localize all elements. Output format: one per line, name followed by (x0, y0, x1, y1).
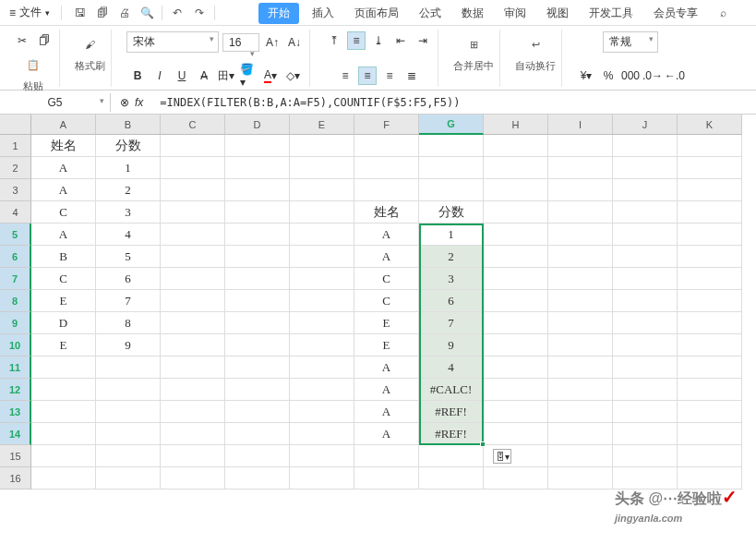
column-header[interactable]: J (613, 115, 678, 135)
cell[interactable] (161, 268, 225, 290)
cell[interactable] (419, 467, 484, 490)
cell[interactable] (161, 357, 225, 379)
cell[interactable] (613, 379, 678, 401)
cell[interactable]: 3 (419, 268, 484, 290)
autofill-options-icon[interactable]: 🗄▾ (493, 449, 511, 464)
align-left-icon[interactable]: ≡ (336, 66, 354, 85)
select-all-corner[interactable] (0, 115, 31, 135)
cell[interactable]: E (354, 312, 419, 334)
cell[interactable] (225, 379, 290, 401)
cell[interactable] (678, 423, 742, 445)
cell[interactable] (613, 334, 678, 357)
font-name-combo[interactable]: 宋体 (126, 31, 219, 53)
cell[interactable] (484, 379, 548, 401)
cell[interactable] (548, 268, 613, 290)
cell[interactable]: #REF! (419, 423, 484, 445)
cell[interactable] (290, 201, 354, 224)
cell[interactable] (225, 290, 290, 312)
column-header[interactable]: E (290, 115, 354, 135)
cell[interactable] (484, 157, 548, 179)
cell[interactable] (290, 357, 354, 379)
cell[interactable] (613, 401, 678, 423)
cell[interactable] (678, 290, 742, 312)
cell[interactable] (484, 224, 548, 246)
column-header[interactable]: G (419, 115, 484, 135)
cell[interactable] (548, 224, 613, 246)
cell[interactable]: 5 (96, 246, 161, 268)
cell[interactable] (225, 179, 290, 201)
cell[interactable] (225, 445, 290, 467)
cell[interactable] (548, 246, 613, 268)
cell[interactable]: D (31, 312, 96, 334)
cell[interactable] (484, 179, 548, 201)
align-middle-icon[interactable]: ≡ (347, 31, 366, 50)
cell[interactable] (290, 179, 354, 201)
cell[interactable] (678, 357, 742, 379)
copy-icon[interactable]: 🗍 (35, 31, 54, 50)
cell[interactable] (678, 157, 742, 179)
cell[interactable] (419, 179, 484, 201)
cell[interactable] (225, 157, 290, 179)
cell[interactable] (613, 246, 678, 268)
paste-button[interactable]: 📋 粘贴 (20, 52, 46, 93)
row-header[interactable]: 6 (0, 246, 31, 268)
cancel-formula-icon[interactable]: ⊗ (120, 96, 129, 109)
cell[interactable] (290, 445, 354, 467)
cell[interactable] (613, 157, 678, 179)
decimal-dec-icon[interactable]: ←.0 (666, 66, 684, 85)
cell[interactable] (31, 445, 96, 467)
percent-icon[interactable]: % (599, 66, 618, 85)
cell[interactable]: B (31, 246, 96, 268)
cell[interactable] (419, 445, 484, 467)
row-header[interactable]: 15 (0, 445, 31, 467)
cut-icon[interactable]: ✂ (13, 31, 31, 50)
cell[interactable] (548, 401, 613, 423)
cell[interactable] (290, 334, 354, 357)
cell[interactable] (613, 312, 678, 334)
cells-area[interactable]: 🗄▾ 姓名分数A1A2C3姓名分数A4A1B5A2C6C3E7C6D8E7E9E… (31, 135, 742, 490)
cell[interactable] (96, 445, 161, 467)
cell[interactable] (678, 179, 742, 201)
font-size-combo[interactable]: 16 (222, 33, 259, 52)
indent-right-icon[interactable]: ⇥ (414, 31, 432, 50)
cell[interactable] (161, 179, 225, 201)
cell[interactable] (225, 268, 290, 290)
cell[interactable] (225, 401, 290, 423)
cell[interactable] (484, 268, 548, 290)
cell[interactable]: A (31, 157, 96, 179)
cell[interactable] (96, 401, 161, 423)
cell[interactable] (290, 312, 354, 334)
row-header[interactable]: 3 (0, 179, 31, 201)
cell[interactable]: 7 (419, 312, 484, 334)
cell[interactable] (678, 334, 742, 357)
cell[interactable] (678, 135, 742, 157)
cell[interactable] (484, 290, 548, 312)
cell[interactable] (484, 334, 548, 357)
cell[interactable] (613, 445, 678, 467)
cell[interactable] (290, 423, 354, 445)
cell[interactable] (31, 423, 96, 445)
cell[interactable] (161, 135, 225, 157)
row-header[interactable]: 8 (0, 290, 31, 312)
cell[interactable] (290, 401, 354, 423)
tab-data[interactable]: 数据 (454, 2, 491, 25)
wrap-button[interactable]: ↩ 自动换行 (515, 31, 556, 73)
cell[interactable] (354, 135, 419, 157)
cell[interactable]: #CALC! (419, 379, 484, 401)
cell[interactable] (161, 445, 225, 467)
cell[interactable] (419, 157, 484, 179)
cell[interactable] (161, 246, 225, 268)
fill-color-button[interactable]: 🪣▾ (239, 66, 258, 85)
cell[interactable]: E (354, 334, 419, 357)
cell[interactable] (484, 467, 548, 490)
cell[interactable] (678, 379, 742, 401)
cell[interactable]: A (354, 423, 419, 445)
cell[interactable] (678, 312, 742, 334)
cell[interactable] (96, 357, 161, 379)
tab-start[interactable]: 开始 (258, 3, 299, 24)
cell[interactable] (678, 224, 742, 246)
cell[interactable]: A (354, 224, 419, 246)
cell[interactable] (548, 357, 613, 379)
cell[interactable] (613, 201, 678, 224)
cell[interactable] (613, 423, 678, 445)
